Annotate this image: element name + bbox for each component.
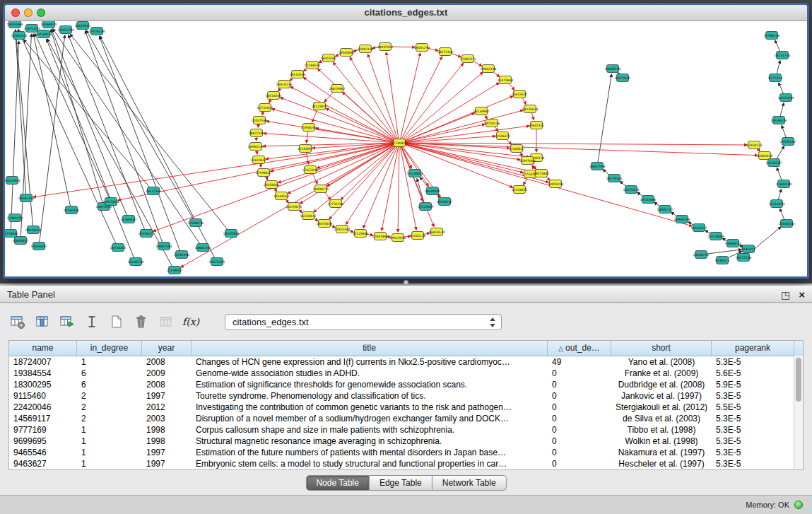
- window-zoom-button[interactable]: [37, 8, 45, 17]
- table-row[interactable]: 1456911722003Disruption of a novel membe…: [9, 413, 803, 424]
- graph-node[interactable]: 15497060: [519, 157, 536, 165]
- graph-node[interactable]: 17447842: [372, 233, 389, 240]
- graph-node[interactable]: 16677284: [736, 254, 752, 262]
- graph-node[interactable]: 14672106: [437, 48, 454, 56]
- graph-node[interactable]: 15613502: [512, 90, 528, 98]
- column-header-name[interactable]: name: [9, 341, 77, 356]
- graph-node[interactable]: 19058431: [31, 243, 47, 250]
- graph-node[interactable]: 18648794: [605, 65, 621, 73]
- column-header-out_de[interactable]: △out_de…: [548, 341, 611, 356]
- graph-node[interactable]: 17284533: [305, 62, 321, 69]
- graph-node[interactable]: 10647321: [529, 122, 545, 129]
- graph-node[interactable]: 16649091: [425, 187, 441, 195]
- graph-node[interactable]: 19264870: [41, 21, 57, 28]
- graph-node[interactable]: 11046375: [495, 132, 511, 140]
- graph-node[interactable]: 18750236: [484, 119, 500, 127]
- graph-node[interactable]: 16824529: [429, 228, 445, 236]
- graph-node[interactable]: 14085731: [657, 206, 673, 214]
- graph-node[interactable]: 20732625: [257, 104, 273, 112]
- function-builder-button[interactable]: f(x): [182, 313, 200, 331]
- column-header-title[interactable]: title: [192, 341, 548, 356]
- graph-node[interactable]: 18619402: [75, 22, 91, 30]
- window-close-button[interactable]: [11, 8, 20, 17]
- graph-node[interactable]: 21863240: [11, 32, 28, 40]
- tab-node-table[interactable]: Node Table: [305, 475, 370, 491]
- graph-node[interactable]: 19073841: [534, 170, 550, 177]
- graph-node[interactable]: 18827391: [249, 129, 265, 137]
- network-svg[interactable]: 1724040918945962120821081956568316055061…: [5, 21, 807, 276]
- graph-node[interactable]: 18861342: [195, 244, 211, 252]
- graph-node[interactable]: 21480159: [7, 214, 23, 222]
- new-table-button[interactable]: [107, 313, 126, 331]
- graph-node[interactable]: 20645817: [13, 237, 29, 245]
- graph-node[interactable]: 18734265: [110, 244, 126, 252]
- graph-node[interactable]: 19582763: [18, 194, 35, 202]
- graph-node[interactable]: 13859204: [548, 180, 564, 188]
- graph-node[interactable]: 20313954: [5, 177, 20, 185]
- graph-node[interactable]: 16887594: [589, 163, 606, 170]
- graph-node[interactable]: 15284907: [298, 145, 314, 153]
- table-row[interactable]: 2242004622012Investigating the contribut…: [9, 402, 803, 413]
- graph-node[interactable]: 18074338: [317, 220, 333, 228]
- show-columns-button[interactable]: [33, 313, 52, 331]
- graph-node[interactable]: 15125843: [353, 230, 369, 238]
- tab-network-table[interactable]: Network Table: [433, 475, 507, 491]
- graph-node[interactable]: 15958123: [746, 141, 763, 149]
- graph-node[interactable]: 20134976: [36, 30, 52, 38]
- graph-node[interactable]: 12610651: [251, 156, 267, 164]
- graph-node[interactable]: 19915834: [103, 198, 119, 206]
- graph-node[interactable]: 20417365: [146, 187, 162, 195]
- graph-node[interactable]: 15134854: [407, 170, 423, 177]
- graph-node[interactable]: 12925347: [334, 226, 351, 233]
- graph-node[interactable]: 18046231: [693, 251, 710, 259]
- row-height-button[interactable]: [83, 313, 101, 331]
- graph-node[interactable]: 18279160: [606, 175, 623, 182]
- graph-node[interactable]: 20871453: [24, 25, 40, 33]
- graph-node[interactable]: 17523409: [418, 203, 434, 211]
- table-row[interactable]: 911546021997Tourette syndrome. Phenomeno…: [9, 390, 803, 402]
- graph-node[interactable]: 21582940: [174, 251, 190, 259]
- graph-node[interactable]: 18235614: [522, 105, 539, 113]
- table-row[interactable]: 1830029562008Estimation of significance …: [9, 379, 803, 390]
- graph-node[interactable]: 15820236: [276, 81, 293, 88]
- graph-node[interactable]: 16055061: [321, 54, 337, 62]
- graph-node[interactable]: 10463028: [757, 152, 773, 160]
- import-table-button[interactable]: [157, 313, 175, 331]
- graph-node[interactable]: 10193871: [286, 203, 302, 211]
- graph-node[interactable]: 18510264: [290, 71, 306, 78]
- graph-node[interactable]: 12731586: [328, 200, 344, 208]
- window-minimize-button[interactable]: [24, 8, 33, 17]
- graph-node[interactable]: 18350468: [7, 21, 23, 28]
- table-row[interactable]: 946554611997Estimation of the future num…: [9, 447, 803, 458]
- graph-node[interactable]: 21194857: [167, 267, 183, 274]
- table-row[interactable]: 977716911998Corpus callosum shape and si…: [9, 424, 803, 436]
- graph-node[interactable]: 13204875: [512, 186, 528, 194]
- graph-node[interactable]: 17652043: [302, 166, 319, 174]
- column-header-in_degree[interactable]: in_degree: [77, 341, 142, 356]
- graph-node[interactable]: 20160395: [64, 206, 80, 214]
- graph-node[interactable]: 11315126: [410, 232, 426, 240]
- graph-node[interactable]: 19408215: [313, 185, 329, 193]
- graph-node[interactable]: 16072931: [615, 74, 631, 82]
- graph-node[interactable]: 14514543: [266, 92, 282, 100]
- network-view[interactable]: 1724040918945962120821081956568316055061…: [5, 21, 807, 276]
- graph-node[interactable]: 17240409: [392, 139, 408, 147]
- table-options-button[interactable]: [8, 313, 27, 331]
- table-row[interactable]: 969969511998Structural magnetic resonanc…: [9, 436, 803, 447]
- graph-node[interactable]: 12016354: [769, 200, 785, 208]
- graph-node[interactable]: 18205943: [223, 230, 240, 238]
- window-titlebar[interactable]: citations_edges.txt: [5, 5, 807, 21]
- graph-node[interactable]: 19344563: [273, 192, 290, 200]
- graph-node[interactable]: 12475843: [498, 76, 514, 84]
- graph-node[interactable]: 10236547: [766, 159, 782, 167]
- graph-node[interactable]: 12082108: [358, 45, 374, 53]
- graph-node[interactable]: 18563017: [691, 224, 707, 232]
- graph-node[interactable]: 19726158: [89, 28, 105, 35]
- graph-node[interactable]: 17998437: [256, 169, 272, 177]
- scrollbar-thumb[interactable]: [796, 358, 801, 402]
- graph-node[interactable]: 18301294: [414, 44, 430, 52]
- graph-node[interactable]: 19348576: [188, 219, 204, 227]
- graph-node[interactable]: 18945962: [377, 43, 394, 51]
- graph-node[interactable]: 19102486: [640, 196, 657, 204]
- graph-node[interactable]: 15218649: [708, 233, 724, 240]
